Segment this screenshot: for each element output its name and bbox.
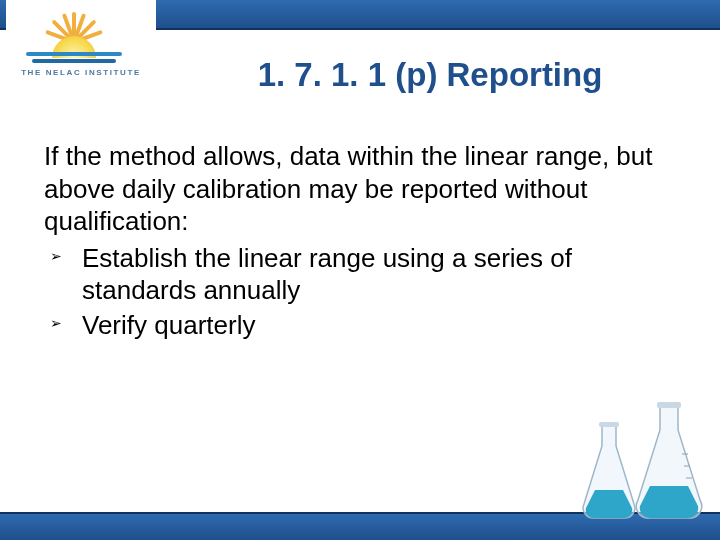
slide: THE NELAC INSTITUTE 1. 7. 1. 1 (p) Repor… [0, 0, 720, 540]
list-item-text: Establish the linear range using a serie… [82, 243, 572, 306]
intro-paragraph: If the method allows, data within the li… [44, 140, 676, 238]
slide-body: If the method allows, data within the li… [44, 140, 676, 341]
flask-icon [630, 400, 708, 530]
bullet-list: Establish the linear range using a serie… [44, 242, 676, 342]
nelac-logo: THE NELAC INSTITUTE [6, 0, 156, 91]
flask-decor [564, 394, 714, 534]
slide-title: 1. 7. 1. 1 (p) Reporting [170, 56, 690, 94]
sun-icon [36, 2, 112, 58]
list-item-text: Verify quarterly [82, 310, 255, 340]
svg-rect-0 [599, 422, 619, 427]
svg-rect-1 [657, 402, 681, 408]
list-item: Establish the linear range using a serie… [44, 242, 676, 307]
water-line-icon [32, 59, 116, 63]
logo-text: THE NELAC INSTITUTE [12, 68, 150, 77]
list-item: Verify quarterly [44, 309, 676, 342]
water-line-icon [26, 52, 122, 56]
